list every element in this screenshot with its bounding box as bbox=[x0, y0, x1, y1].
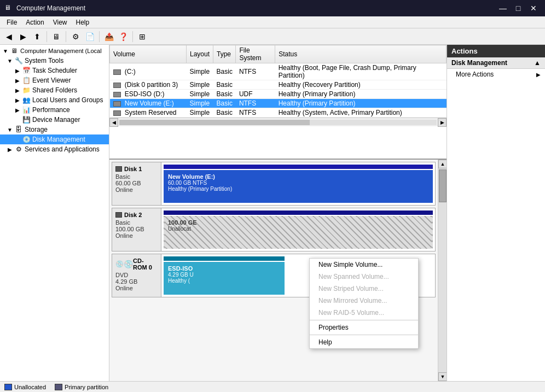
cell-type: Basic bbox=[213, 63, 236, 80]
volume-table-row[interactable]: (Disk 0 partition 3) Simple Basic Health… bbox=[110, 80, 447, 90]
actions-more-actions[interactable]: More Actions ▶ bbox=[447, 69, 545, 80]
new-window-button[interactable]: 📄 bbox=[83, 30, 96, 43]
minimize-button[interactable]: — bbox=[496, 3, 510, 14]
main-container: ▼ 🖥 Computer Management (Local ▼ 🔧 Syste… bbox=[0, 45, 545, 381]
volume-table-row[interactable]: New Volume (E:) Simple Basic NTFS Health… bbox=[110, 99, 447, 108]
menu-action[interactable]: Action bbox=[21, 17, 48, 27]
ctx-new-striped-volume: New Striped Volume... bbox=[310, 283, 418, 295]
actions-panel: Actions Disk Management ▲ More Actions ▶ bbox=[447, 45, 545, 381]
tree-label-cm: Computer Management (Local bbox=[20, 48, 102, 54]
tree-item-storage[interactable]: ▼ 🗄 Storage bbox=[0, 125, 109, 134]
volume-table-container: Volume Layout Type File System Status (C… bbox=[109, 45, 447, 160]
properties-button[interactable]: ⚙ bbox=[69, 30, 82, 43]
tree-item-shared-folders[interactable]: ▶ 📁 Shared Folders bbox=[0, 85, 109, 95]
maximize-button[interactable]: □ bbox=[511, 3, 525, 14]
cell-type: Basic bbox=[213, 108, 236, 118]
disk1-status: Online bbox=[115, 186, 158, 193]
system-tools-icon: 🔧 bbox=[14, 56, 23, 65]
tree-item-services-apps[interactable]: ▶ ⚙ Services and Applications bbox=[0, 144, 109, 154]
actions-section-label: Disk Management bbox=[451, 59, 507, 67]
status-bar: Unallocated Primary partition bbox=[0, 381, 545, 392]
volume-table: Volume Layout Type File System Status (C… bbox=[109, 45, 447, 118]
help-toolbar-button[interactable]: ❓ bbox=[117, 30, 130, 43]
tree-item-task-scheduler[interactable]: ▶ 📅 Task Scheduler bbox=[0, 66, 109, 75]
legend-unallocated: Unallocated bbox=[4, 384, 46, 390]
cdrom0-partition-esdiso[interactable]: ESD-ISO 4.29 GB U Healthy ( bbox=[164, 262, 285, 295]
toolbar: ◀ ▶ ⬆ 🖥 ⚙ 📄 📤 ❓ ⊞ bbox=[0, 28, 545, 45]
ctx-help[interactable]: Help bbox=[310, 336, 418, 348]
part-name: New Volume (E:) bbox=[168, 173, 428, 180]
disk1-partition-e[interactable]: New Volume (E:) 60.00 GB NTFS Healthy (P… bbox=[164, 170, 433, 203]
expand-icon: ▼ bbox=[1, 48, 10, 54]
menu-view[interactable]: View bbox=[49, 17, 72, 27]
disk2-map: 100.00 GE Unallocat bbox=[161, 208, 435, 251]
cell-type: Basic bbox=[213, 99, 236, 108]
forward-button[interactable]: ▶ bbox=[16, 30, 30, 43]
menu-file[interactable]: File bbox=[2, 17, 21, 27]
tree-label-sf: Shared Folders bbox=[32, 86, 77, 94]
expand-icon-st: ▼ bbox=[5, 58, 14, 64]
disk1-size: 60.00 GB bbox=[115, 180, 158, 186]
shared-folders-icon: 📁 bbox=[22, 86, 31, 95]
disk2-info: Disk 2 Basic 100.00 GB Online bbox=[112, 208, 161, 251]
show-hide-tree-button[interactable]: 🖥 bbox=[50, 30, 63, 43]
disk2-type: Basic bbox=[115, 219, 158, 226]
tree-item-disk-management[interactable]: 💿 Disk Management bbox=[0, 134, 109, 144]
ctx-new-simple-volume[interactable]: New Simple Volume... bbox=[310, 259, 418, 271]
disk2-partition-unalloc[interactable]: 100.00 GE Unallocat bbox=[164, 216, 433, 249]
disk2-size: 100.00 GB bbox=[115, 226, 158, 232]
tree-item-performance[interactable]: ▶ 📊 Performance bbox=[0, 105, 109, 115]
back-button[interactable]: ◀ bbox=[2, 30, 15, 43]
tree-label-st: System Tools bbox=[25, 57, 63, 65]
toggle-storage: ▼ bbox=[5, 127, 14, 133]
cell-layout: Simple bbox=[187, 63, 213, 80]
esdiso-name: ESD-ISO bbox=[168, 265, 280, 272]
window-controls: — □ ✕ bbox=[496, 3, 541, 14]
ctx-properties[interactable]: Properties bbox=[310, 321, 418, 334]
disk2-row: Disk 2 Basic 100.00 GB Online 100.00 GE bbox=[112, 208, 436, 251]
device-manager-icon: 💾 bbox=[22, 115, 31, 124]
disk2-status: Online bbox=[115, 232, 158, 239]
cell-fs: UDF bbox=[236, 90, 275, 99]
cell-volume: (Disk 0 partition 3) bbox=[110, 80, 187, 90]
tree-item-local-users[interactable]: ▶ 👥 Local Users and Groups bbox=[0, 95, 109, 105]
toggle-ts: ▶ bbox=[13, 68, 22, 74]
view-button[interactable]: ⊞ bbox=[136, 30, 149, 43]
cdrom0-size: 4.29 GB bbox=[115, 278, 158, 285]
actions-section-disk-management[interactable]: Disk Management ▲ bbox=[447, 57, 545, 69]
cell-layout: Simple bbox=[187, 80, 213, 90]
cell-volume: System Reserved bbox=[110, 108, 187, 118]
tree-item-event-viewer[interactable]: ▶ 📋 Event Viewer bbox=[0, 75, 109, 85]
scroll-down-btn[interactable]: ▼ bbox=[438, 372, 447, 381]
more-actions-arrow: ▶ bbox=[536, 72, 541, 78]
cell-layout: Simple bbox=[187, 99, 213, 108]
volume-table-row[interactable]: ESD-ISO (D:) Simple Basic UDF Healthy (P… bbox=[110, 90, 447, 99]
esdiso-size: 4.29 GB U bbox=[168, 272, 280, 278]
legend-unallocated-box bbox=[4, 384, 12, 390]
close-button[interactable]: ✕ bbox=[526, 3, 541, 14]
volume-table-row[interactable]: System Reserved Simple Basic NTFS Health… bbox=[110, 108, 447, 118]
cell-layout: Simple bbox=[187, 90, 213, 99]
col-status: Status bbox=[275, 45, 447, 63]
volume-table-row[interactable]: (C:) Simple Basic NTFS Healthy (Boot, Pa… bbox=[110, 63, 447, 80]
up-button[interactable]: ⬆ bbox=[31, 30, 44, 43]
tree-item-system-tools[interactable]: ▼ 🔧 System Tools bbox=[0, 56, 109, 66]
disk-management-icon: 💿 bbox=[22, 135, 31, 144]
cell-volume: ESD-ISO (D:) bbox=[110, 90, 187, 99]
esdiso-status: Healthy ( bbox=[168, 278, 280, 284]
tree-item-computer-management[interactable]: ▼ 🖥 Computer Management (Local bbox=[0, 46, 109, 56]
tree-item-device-manager[interactable]: 💾 Device Manager bbox=[0, 115, 109, 125]
scroll-up-btn[interactable]: ▲ bbox=[438, 160, 447, 168]
cell-fs: NTFS bbox=[236, 108, 275, 118]
tree-panel: ▼ 🖥 Computer Management (Local ▼ 🔧 Syste… bbox=[0, 45, 109, 381]
cell-volume: New Volume (E:) bbox=[110, 99, 187, 108]
cdrom0-status: Online bbox=[115, 285, 158, 291]
task-scheduler-icon: 📅 bbox=[22, 66, 31, 75]
legend-primary-partition: Primary partition bbox=[55, 384, 108, 390]
tree-label-ts: Task Scheduler bbox=[32, 67, 77, 74]
menu-help[interactable]: Help bbox=[72, 17, 94, 27]
export-button[interactable]: 📤 bbox=[102, 30, 115, 43]
tree-label-lu: Local Users and Groups bbox=[32, 96, 103, 104]
cell-status: Healthy (Boot, Page File, Crash Dump, Pr… bbox=[275, 63, 447, 80]
app-icon: 🖥 bbox=[4, 4, 13, 13]
